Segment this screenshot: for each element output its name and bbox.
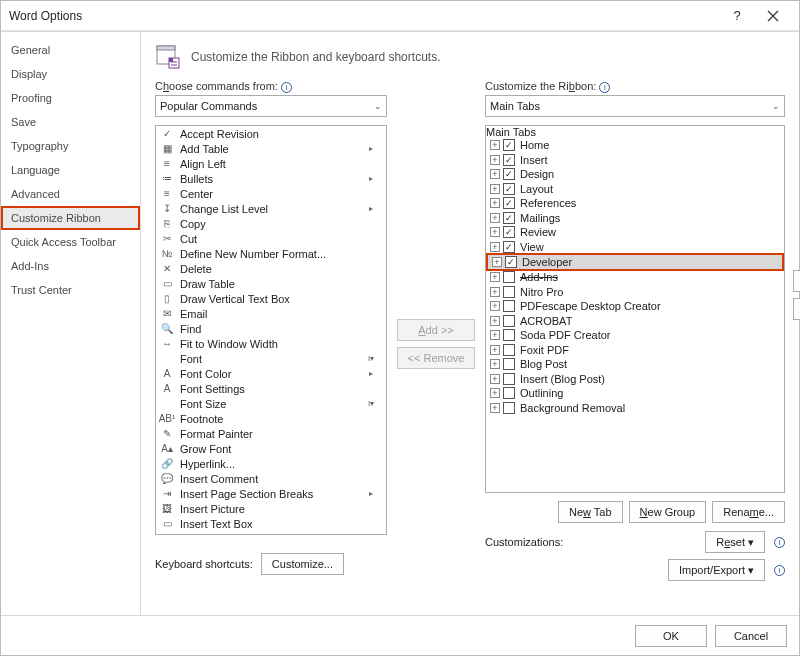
expand-icon[interactable]: + — [490, 374, 500, 384]
info-icon[interactable]: i — [599, 82, 610, 93]
expand-icon[interactable]: + — [490, 272, 500, 282]
new-tab-button[interactable]: New Tab — [558, 501, 623, 523]
sidebar-item-save[interactable]: Save — [1, 110, 140, 134]
command-item[interactable]: ✉Email — [156, 306, 386, 321]
tab-item-view[interactable]: +✓View — [486, 240, 784, 255]
checkbox[interactable]: ✓ — [505, 256, 517, 268]
command-item[interactable]: AB¹Footnote — [156, 411, 386, 426]
command-item[interactable]: 🔗Hyperlink... — [156, 456, 386, 471]
checkbox[interactable]: ✓ — [503, 197, 515, 209]
checkbox[interactable]: ✓ — [503, 154, 515, 166]
remove-button[interactable]: << Remove — [397, 347, 475, 369]
checkbox[interactable]: ✓ — [503, 226, 515, 238]
tab-item-background-removal[interactable]: +Background Removal — [486, 401, 784, 416]
tab-item-insert-blog-post-[interactable]: +Insert (Blog Post) — [486, 372, 784, 387]
checkbox[interactable] — [503, 315, 515, 327]
command-item[interactable]: A▴Grow Font — [156, 441, 386, 456]
expand-icon[interactable]: + — [490, 140, 500, 150]
command-item[interactable]: FontI▾ — [156, 351, 386, 366]
expand-icon[interactable]: + — [490, 403, 500, 413]
info-icon[interactable]: i — [281, 82, 292, 93]
expand-icon[interactable]: + — [490, 301, 500, 311]
command-item[interactable]: AFont Settings — [156, 381, 386, 396]
checkbox[interactable]: ✓ — [503, 139, 515, 151]
command-item[interactable]: 🖼Insert Picture — [156, 501, 386, 516]
checkbox[interactable] — [503, 358, 515, 370]
tab-item-add-ins[interactable]: +Add-Ins — [486, 270, 784, 285]
command-item[interactable]: ✕Delete — [156, 261, 386, 276]
tab-item-insert[interactable]: +✓Insert — [486, 153, 784, 168]
tab-item-review[interactable]: +✓Review — [486, 225, 784, 240]
command-item[interactable]: ≡Align Left — [156, 156, 386, 171]
info-icon[interactable]: i — [774, 537, 785, 548]
info-icon[interactable]: i — [774, 565, 785, 576]
tab-item-design[interactable]: +✓Design — [486, 167, 784, 182]
tab-item-developer[interactable]: +✓Developer — [486, 253, 784, 271]
tab-item-acrobat[interactable]: +ACROBAT — [486, 314, 784, 329]
tab-item-mailings[interactable]: +✓Mailings — [486, 211, 784, 226]
ok-button[interactable]: OK — [635, 625, 707, 647]
tab-item-nitro-pro[interactable]: +Nitro Pro — [486, 285, 784, 300]
command-item[interactable]: ⇥Insert Page Section Breaks▸ — [156, 486, 386, 501]
checkbox[interactable] — [503, 387, 515, 399]
command-item[interactable]: ▦Add Table▸ — [156, 141, 386, 156]
cancel-button[interactable]: Cancel — [715, 625, 787, 647]
add-button[interactable]: Add >> — [397, 319, 475, 341]
expand-icon[interactable]: + — [490, 330, 500, 340]
tab-item-outlining[interactable]: +Outlining — [486, 386, 784, 401]
command-item[interactable]: ≔Bullets▸ — [156, 171, 386, 186]
command-item[interactable]: ✎Format Painter — [156, 426, 386, 441]
expand-icon[interactable]: + — [490, 359, 500, 369]
command-item[interactable]: ↔Fit to Window Width — [156, 336, 386, 351]
checkbox[interactable]: ✓ — [503, 212, 515, 224]
reset-button[interactable]: Reset ▾ — [705, 531, 765, 553]
tab-item-soda-pdf-creator[interactable]: +Soda PDF Creator — [486, 328, 784, 343]
expand-icon[interactable]: + — [492, 257, 502, 267]
tab-item-layout[interactable]: +✓Layout — [486, 182, 784, 197]
new-group-button[interactable]: New Group — [629, 501, 707, 523]
sidebar-item-proofing[interactable]: Proofing — [1, 86, 140, 110]
sidebar-item-advanced[interactable]: Advanced — [1, 182, 140, 206]
checkbox[interactable]: ✓ — [503, 241, 515, 253]
checkbox[interactable] — [503, 373, 515, 385]
checkbox[interactable] — [503, 402, 515, 414]
command-item[interactable]: Font SizeI▾ — [156, 396, 386, 411]
commands-listbox[interactable]: ✓Accept Revision▦Add Table▸≡Align Left≔B… — [155, 125, 387, 535]
command-item[interactable]: ▯Draw Vertical Text Box — [156, 291, 386, 306]
close-button[interactable] — [755, 4, 791, 28]
checkbox[interactable]: ✓ — [503, 183, 515, 195]
command-item[interactable]: ▭Insert Text Box — [156, 516, 386, 531]
expand-icon[interactable]: + — [490, 316, 500, 326]
command-item[interactable]: 🔍Find — [156, 321, 386, 336]
expand-icon[interactable]: + — [490, 287, 500, 297]
expand-icon[interactable]: + — [490, 169, 500, 179]
tab-item-home[interactable]: +✓Home — [486, 138, 784, 153]
command-item[interactable]: №Define New Number Format... — [156, 246, 386, 261]
move-down-button[interactable]: ▼ — [793, 298, 800, 320]
help-button[interactable]: ? — [719, 4, 755, 28]
sidebar-item-trust-center[interactable]: Trust Center — [1, 278, 140, 302]
checkbox[interactable] — [503, 300, 515, 312]
rename-button[interactable]: Rename... — [712, 501, 785, 523]
command-item[interactable]: AFont Color▸ — [156, 366, 386, 381]
move-up-button[interactable]: ▲ — [793, 270, 800, 292]
command-item[interactable]: 💬Insert Comment — [156, 471, 386, 486]
sidebar-item-typography[interactable]: Typography — [1, 134, 140, 158]
checkbox[interactable] — [503, 286, 515, 298]
command-item[interactable]: ✓Accept Revision — [156, 126, 386, 141]
expand-icon[interactable]: + — [490, 213, 500, 223]
command-item[interactable]: ▭Draw Table — [156, 276, 386, 291]
expand-icon[interactable]: + — [490, 388, 500, 398]
tab-item-pdfescape-desktop-creator[interactable]: +PDFescape Desktop Creator — [486, 299, 784, 314]
main-tabs-tree[interactable]: Main Tabs +✓Home+✓Insert+✓Design+✓Layout… — [485, 125, 785, 493]
customize-shortcuts-button[interactable]: Customize... — [261, 553, 344, 575]
command-item[interactable]: ⎘Copy — [156, 216, 386, 231]
sidebar-item-add-ins[interactable]: Add-Ins — [1, 254, 140, 278]
expand-icon[interactable]: + — [490, 227, 500, 237]
choose-commands-combo[interactable]: Popular Commands ⌄ — [155, 95, 387, 117]
tab-item-blog-post[interactable]: +Blog Post — [486, 357, 784, 372]
customize-ribbon-combo[interactable]: Main Tabs ⌄ — [485, 95, 785, 117]
checkbox[interactable] — [503, 329, 515, 341]
expand-icon[interactable]: + — [490, 155, 500, 165]
sidebar-item-general[interactable]: General — [1, 38, 140, 62]
